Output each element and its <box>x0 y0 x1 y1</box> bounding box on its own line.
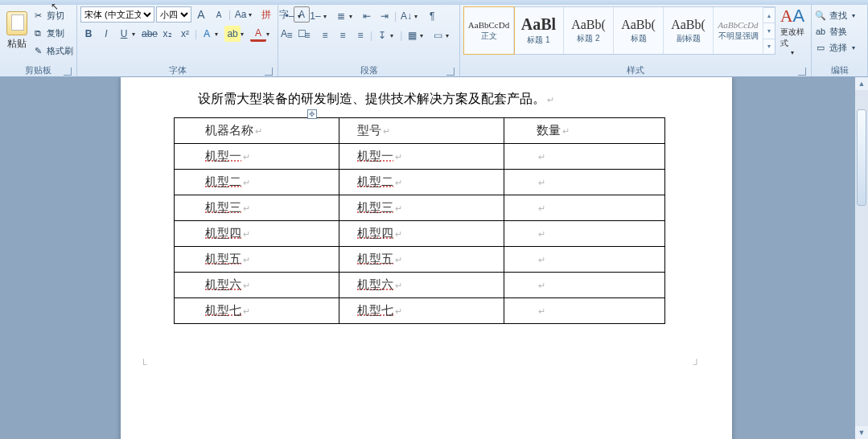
grow-font-button[interactable]: A <box>193 6 209 23</box>
table-cell[interactable]: 机型四↵ <box>339 220 504 246</box>
justify-button[interactable]: ≡ <box>335 27 351 43</box>
numbering-button[interactable]: 1– <box>307 8 323 24</box>
subscript-button[interactable]: x₂ <box>159 26 175 42</box>
table-cell[interactable]: ↵ <box>504 272 665 297</box>
group-label-font: 字体 <box>80 64 274 76</box>
font-color-button[interactable]: A <box>250 26 266 42</box>
clipboard-launcher[interactable] <box>64 68 72 76</box>
table-row[interactable]: 机型三↵机型三↵↵ <box>175 195 665 220</box>
bullets-button[interactable]: •– <box>282 8 298 24</box>
multilevel-button[interactable]: ≣ <box>333 8 349 24</box>
bold-button[interactable]: B <box>80 26 97 42</box>
style-item-4[interactable]: AaBb(副标题 <box>664 7 714 54</box>
table-cell[interactable]: ↵ <box>504 169 665 195</box>
decrease-indent-button[interactable]: ⇤ <box>359 8 375 24</box>
style-sample: AaBb( <box>671 18 706 32</box>
paste-icon <box>6 11 27 35</box>
change-styles-button[interactable]: AA 更改样式 ▾ <box>777 6 808 55</box>
style-item-2[interactable]: AaBb(标题 2 <box>564 7 614 54</box>
line-spacing-button[interactable]: ↧ <box>374 27 390 43</box>
paragraph-launcher[interactable] <box>446 68 455 76</box>
format-painter-button[interactable]: ✎格式刷 <box>32 43 73 58</box>
table-cell[interactable]: 机型五↵ <box>175 246 339 272</box>
table-cell[interactable]: 机型六↵ <box>339 272 504 297</box>
distributed-button[interactable]: ≡ <box>352 27 368 43</box>
style-gallery-scroll[interactable]: ▴▾▾ <box>763 7 775 54</box>
group-label-editing: 编辑 <box>815 64 864 76</box>
scroll-down-button[interactable]: ▼ <box>855 426 868 439</box>
style-name: 标题 2 <box>577 33 599 44</box>
document-table[interactable]: 机器名称↵型号↵数量↵机型一↵机型一↵↵机型二↵机型二↵↵机型三↵机型三↵↵机型… <box>174 117 665 324</box>
document-page[interactable]: 设所需大型装备的研发制造、提供技术解决方案及配套产品。↵ ✥ 机器名称↵型号↵数… <box>121 77 732 439</box>
table-cell[interactable]: ↵ <box>504 195 665 220</box>
table-row[interactable]: 机型二↵机型二↵↵ <box>175 169 665 195</box>
font-name-select[interactable]: 宋体 (中文正文) <box>80 6 154 23</box>
underline-button[interactable]: U <box>116 26 132 42</box>
table-move-handle[interactable]: ✥ <box>307 109 317 119</box>
italic-button[interactable]: I <box>98 26 114 42</box>
phonetic-guide-button[interactable]: 拼 <box>258 6 274 23</box>
align-right-button[interactable]: ≡ <box>317 27 333 43</box>
borders-button[interactable]: ▭ <box>430 27 446 43</box>
table-cell[interactable]: 机型一↵ <box>175 143 339 169</box>
table-cell[interactable]: 机型四↵ <box>175 220 339 246</box>
show-marks-button[interactable]: ¶ <box>424 8 440 24</box>
sort-button[interactable]: A↓ <box>398 8 414 24</box>
styles-launcher[interactable] <box>798 68 806 76</box>
document-paragraph[interactable]: 设所需大型装备的研发制造、提供技术解决方案及配套产品。↵ <box>198 88 684 109</box>
style-item-3[interactable]: AaBb(标题 <box>614 7 664 54</box>
table-row[interactable]: 机器名称↵型号↵数量↵ <box>175 117 665 143</box>
copy-button[interactable]: ⧉复制 <box>32 26 73 40</box>
style-gallery[interactable]: AaBbCcDd正文AaBl标题 1AaBb(标题 2AaBb(标题AaBb(副… <box>463 6 775 55</box>
shrink-font-button[interactable]: A <box>211 6 227 23</box>
table-cell[interactable]: 型号↵ <box>339 117 504 143</box>
table-row[interactable]: 机型七↵机型七↵↵ <box>175 297 665 323</box>
style-item-1[interactable]: AaBl标题 1 <box>514 7 564 54</box>
table-cell[interactable]: 机型二↵ <box>339 169 504 195</box>
font-size-select[interactable]: 小四 <box>156 6 191 23</box>
select-button[interactable]: ▭选择▾ <box>815 40 860 55</box>
table-row[interactable]: 机型六↵机型六↵↵ <box>175 272 665 297</box>
table-cell[interactable]: ↵ <box>504 220 665 246</box>
table-cell[interactable]: ↵ <box>504 246 665 272</box>
table-cell[interactable]: 机型一↵ <box>339 143 504 169</box>
superscript-button[interactable]: x² <box>177 26 193 42</box>
table-cell[interactable]: 机型七↵ <box>339 297 504 323</box>
style-item-5[interactable]: AaBbCcDd不明显强调 <box>714 7 763 54</box>
shading-button[interactable]: ▦ <box>404 27 420 43</box>
font-launcher[interactable] <box>265 68 273 76</box>
vertical-scrollbar[interactable]: ▲ ▼ <box>855 77 868 439</box>
scroll-thumb[interactable] <box>857 109 866 206</box>
cut-button[interactable]: ✂剪切 <box>32 8 73 23</box>
table-cell[interactable]: ↵ <box>504 143 665 169</box>
strikethrough-button[interactable]: abe <box>142 26 158 42</box>
increase-indent-button[interactable]: ⇥ <box>376 8 393 24</box>
table-cell[interactable]: 机型六↵ <box>175 272 339 297</box>
table-cell[interactable]: 数量↵ <box>504 117 665 143</box>
align-center-button[interactable]: ≡ <box>299 27 315 43</box>
table-cell[interactable]: ↵ <box>504 297 665 323</box>
style-item-0[interactable]: AaBbCcDd正文 <box>464 7 514 54</box>
style-name: 标题 1 <box>527 35 549 46</box>
highlight-button[interactable]: ab <box>224 26 241 42</box>
align-left-button[interactable]: ≡ <box>282 27 298 43</box>
table-row[interactable]: 机型四↵机型四↵↵ <box>175 220 665 246</box>
find-button[interactable]: 🔍查找▾ <box>815 8 860 23</box>
table-row[interactable]: 机型五↵机型五↵↵ <box>175 246 665 272</box>
table-cell[interactable]: 机型七↵ <box>175 297 339 323</box>
scroll-up-button[interactable]: ▲ <box>855 77 868 90</box>
group-editing: 🔍查找▾ ab替换 ▭选择▾ 编辑 <box>812 5 868 76</box>
table-cell[interactable]: 机器名称↵ <box>175 117 339 143</box>
replace-button[interactable]: ab替换 <box>815 24 847 39</box>
table-cell[interactable]: 机型三↵ <box>339 195 504 220</box>
group-paragraph: •–▾ 1–▾ ≣▾ ⇤ ⇥ | A↓▾ ¶ ≡ ≡ ≡ ≡ ≡ | ↧▾ | … <box>278 5 460 76</box>
change-case-button[interactable]: Aa <box>232 6 249 23</box>
table-cell[interactable]: 机型二↵ <box>175 169 339 195</box>
table-row[interactable]: 机型一↵机型一↵↵ <box>175 143 665 169</box>
table-cell[interactable]: 机型三↵ <box>175 195 339 220</box>
ribbon: 粘贴 ✂剪切 ⧉复制 ✎格式刷 剪贴板 宋体 (中文正文) 小四 A A | A… <box>0 5 868 77</box>
text-effects-button[interactable]: A <box>199 26 215 42</box>
table-cell[interactable]: 机型五↵ <box>339 246 504 272</box>
paste-button[interactable]: 粘贴 <box>3 6 31 55</box>
replace-icon: ab <box>815 27 826 36</box>
